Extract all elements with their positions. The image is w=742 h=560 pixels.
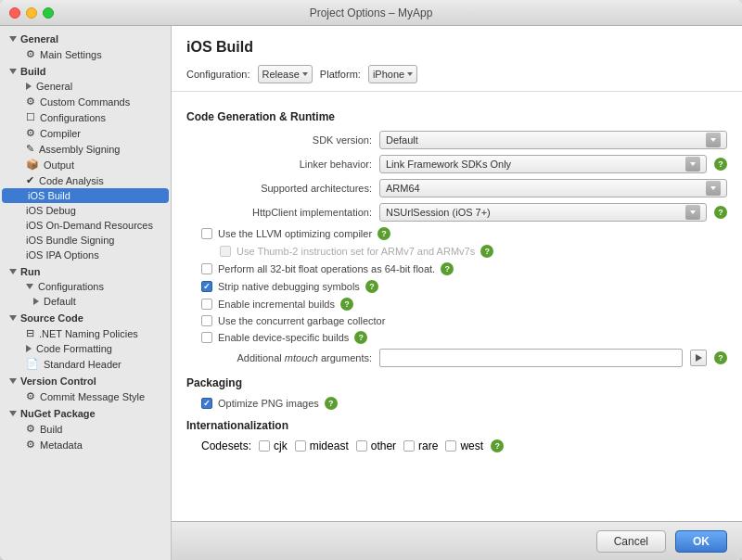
device-specific-label: Enable device-specific builds: [218, 332, 349, 343]
sidebar-item-run-configurations[interactable]: Configurations: [0, 279, 171, 294]
arch-dropdown-btn[interactable]: [706, 181, 721, 196]
cjk-label: cjk: [274, 439, 288, 452]
rare-label: rare: [418, 439, 438, 452]
codeset-west: west: [445, 439, 483, 452]
collapse-build-icon: [9, 69, 17, 74]
incremental-checkbox[interactable]: [201, 299, 212, 310]
sidebar-item-ios-debug[interactable]: iOS Debug: [0, 203, 171, 218]
sidebar-item-ios-build[interactable]: iOS Build: [2, 188, 169, 203]
page-title: iOS Build: [186, 39, 727, 56]
codeset-mideast: mideast: [295, 439, 349, 452]
sidebar-item-assembly-signing[interactable]: ✎ Assembly Signing: [0, 141, 171, 157]
httpclient-row: HttpClient implementation: NSUrlSession …: [186, 203, 727, 222]
sdk-dropdown-btn[interactable]: [706, 133, 721, 147]
sidebar-item-code-analysis[interactable]: ✔ Code Analysis: [0, 172, 171, 188]
close-button[interactable]: [9, 7, 20, 19]
linker-help-icon[interactable]: ?: [714, 158, 727, 171]
linker-dropdown-btn[interactable]: [685, 157, 700, 172]
rare-checkbox[interactable]: [403, 440, 415, 452]
sidebar-item-compiler[interactable]: ⚙ Compiler: [0, 125, 171, 141]
configuration-value: Release: [262, 69, 300, 80]
mideast-label: mideast: [310, 439, 349, 452]
i18n-help-icon[interactable]: ?: [491, 439, 504, 452]
sidebar-item-nuget-metadata[interactable]: ⚙ Metadata: [0, 437, 171, 452]
sidebar-item-run-default[interactable]: Default: [0, 294, 171, 309]
thumb2-checkbox[interactable]: [220, 246, 231, 257]
main-body: Code Generation & Runtime SDK version: D…: [172, 92, 742, 521]
arch-row: Supported architectures: ARM64: [186, 179, 727, 197]
section-code-gen-title: Code Generation & Runtime: [186, 110, 727, 125]
configuration-select[interactable]: Release: [258, 65, 313, 83]
configurations-icon: ☐: [26, 111, 35, 123]
sidebar-item-output[interactable]: 📦 Output: [0, 157, 171, 172]
sidebar-item-code-formatting[interactable]: Code Formatting: [0, 341, 171, 356]
play-icon: [696, 354, 702, 362]
optimize-png-checkbox[interactable]: [201, 398, 212, 409]
sidebar-section-run-label: Run: [20, 266, 40, 277]
config-dropdown-arrow: [302, 72, 308, 76]
expand-code-formatting-icon: [26, 345, 32, 352]
httpclient-dropdown-btn[interactable]: [685, 205, 700, 220]
concurrent-gc-checkbox[interactable]: [201, 315, 212, 326]
sidebar-section-run: Run: [0, 262, 171, 279]
llvm-help-icon[interactable]: ?: [377, 227, 390, 240]
maximize-button[interactable]: [43, 7, 54, 19]
mtouch-input[interactable]: [379, 349, 683, 367]
arch-select[interactable]: ARM64: [379, 179, 727, 197]
httpclient-help-icon[interactable]: ?: [714, 206, 727, 219]
codesets-label: Codesets:: [201, 439, 251, 452]
sidebar-item-custom-commands[interactable]: ⚙ Custom Commands: [0, 94, 171, 109]
strip-debug-checkbox[interactable]: [201, 281, 212, 292]
sidebar-item-general[interactable]: General: [0, 79, 171, 94]
other-checkbox[interactable]: [356, 440, 367, 452]
thumb2-help-icon[interactable]: ?: [480, 245, 493, 258]
minimize-button[interactable]: [26, 7, 37, 19]
strip-debug-check-row: Strip native debugging symbols ?: [186, 280, 727, 293]
title-bar: Project Options – MyApp: [0, 0, 742, 26]
float64-label: Perform all 32-bit float operations as 6…: [218, 263, 435, 274]
codeset-row: Codesets: cjk mideast other: [186, 439, 727, 452]
output-icon: 📦: [26, 159, 39, 171]
sidebar-item-main-settings[interactable]: ⚙ Main Settings: [0, 46, 171, 62]
sidebar-item-configurations[interactable]: ☐ Configurations: [0, 109, 171, 125]
concurrent-gc-check-row: Use the concurrent garbage collector: [186, 315, 727, 326]
codeset-other: other: [356, 439, 396, 452]
linker-behavior-select[interactable]: Link Framework SDKs Only: [379, 155, 707, 173]
net-naming-icon: ⊟: [26, 327, 34, 339]
httpclient-select[interactable]: NSUrlSession (iOS 7+): [379, 203, 707, 222]
cjk-checkbox[interactable]: [259, 440, 270, 452]
west-checkbox[interactable]: [445, 440, 456, 452]
device-specific-help-icon[interactable]: ?: [354, 331, 367, 344]
sidebar-item-nuget-build[interactable]: ⚙ Build: [0, 421, 171, 437]
device-specific-checkbox[interactable]: [201, 332, 212, 343]
arch-dropdown-arrow: [710, 186, 716, 190]
sidebar-item-ios-bundle-signing[interactable]: iOS Bundle Signing: [0, 233, 171, 248]
arch-label: Supported architectures:: [186, 183, 372, 194]
west-label: west: [460, 439, 483, 452]
incremental-label: Enable incremental builds: [218, 299, 335, 310]
mideast-checkbox[interactable]: [295, 440, 306, 452]
nuget-metadata-icon: ⚙: [26, 439, 35, 451]
mtouch-play-button[interactable]: [690, 350, 707, 366]
ok-button[interactable]: OK: [675, 530, 727, 553]
sidebar-item-standard-header[interactable]: 📄 Standard Header: [0, 356, 171, 372]
assembly-signing-icon: ✎: [26, 143, 34, 155]
cancel-button[interactable]: Cancel: [596, 530, 666, 553]
strip-debug-help-icon[interactable]: ?: [365, 280, 378, 293]
float64-checkbox[interactable]: [201, 263, 212, 274]
sdk-version-select[interactable]: Default: [379, 131, 727, 149]
sidebar-item-commit-message[interactable]: ⚙ Commit Message Style: [0, 388, 171, 404]
optimize-png-help-icon[interactable]: ?: [325, 397, 338, 410]
float64-help-icon[interactable]: ?: [441, 262, 454, 275]
collapse-run-icon: [9, 269, 17, 274]
sidebar-item-ios-ipa-options[interactable]: iOS IPA Options: [0, 248, 171, 262]
sidebar-item-ios-on-demand[interactable]: iOS On-Demand Resources: [0, 218, 171, 233]
sidebar-item-net-naming[interactable]: ⊟ .NET Naming Policies: [0, 325, 171, 341]
incremental-help-icon[interactable]: ?: [340, 298, 353, 311]
httpclient-dropdown-arrow: [690, 210, 696, 214]
llvm-checkbox[interactable]: [201, 228, 212, 239]
platform-label: Platform:: [320, 69, 361, 80]
mtouch-help-icon[interactable]: ?: [714, 351, 727, 364]
sidebar-section-source-code: Source Code: [0, 309, 171, 325]
platform-select[interactable]: iPhone: [368, 65, 417, 83]
